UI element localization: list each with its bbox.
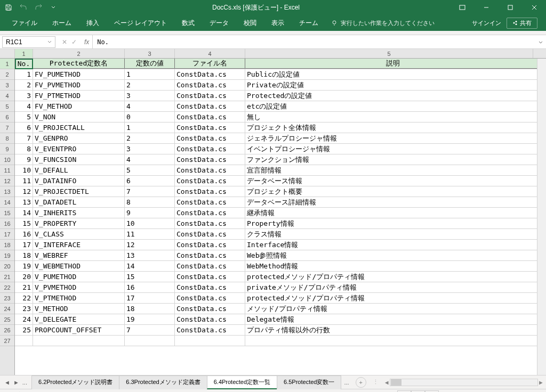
table-row[interactable]: 9V_FUNCSION4ConstData.csファンクション情報 [15, 154, 546, 165]
sheet-tab[interactable]: 6.2Protectedメソッド説明書 [31, 375, 119, 389]
sheet-more[interactable]: ... [341, 379, 352, 386]
cell[interactable]: ConstData.cs [175, 218, 245, 228]
sheet-tab[interactable]: 6.3Protectedメソッド定義書 [119, 375, 207, 389]
sheet-tab[interactable]: 6.5Protected変数一 [277, 375, 341, 389]
cell[interactable]: Web参照情報 [245, 250, 541, 260]
cell[interactable]: V_PUMETHOD [33, 272, 125, 282]
cell[interactable]: ConstData.cs [175, 154, 245, 165]
cancel-formula-icon[interactable]: ✕ [62, 38, 67, 46]
table-row[interactable]: 25PROPCOUNT_OFFSET7ConstData.csプロパティ情報以外… [15, 325, 546, 336]
table-row[interactable]: 20V_PUMETHOD15ConstData.csprotectedメソッド/… [15, 272, 546, 282]
view-page-break-icon[interactable] [425, 390, 439, 393]
cell[interactable]: 10 [15, 165, 33, 175]
cell[interactable]: protectedメソッド/プロパティ情報 [245, 272, 541, 282]
table-row[interactable]: 22V_PTMETHOD17ConstData.csprotectedメソッド/… [15, 293, 546, 304]
cell[interactable]: V_PROJECTALL [33, 123, 125, 133]
cell[interactable]: 6 [15, 123, 33, 133]
col-header[interactable]: 5 [245, 49, 533, 58]
cell[interactable]: データベース詳細情報 [245, 197, 541, 207]
cell[interactable]: V_CLASS [33, 229, 125, 239]
table-row[interactable]: 7V_GENPRO2ConstData.csジェネラルプロシージャ情報 [15, 133, 546, 144]
header-cell[interactable]: ファイル名 [175, 59, 245, 69]
cell[interactable]: ConstData.cs [175, 101, 245, 111]
cell[interactable]: 無し [245, 112, 541, 122]
cell[interactable]: V_PVMETHOD [33, 282, 125, 292]
cell[interactable]: Property情報 [245, 218, 541, 228]
table-row[interactable]: 6V_PROJECTALL1ConstData.csプロジェクト全体情報 [15, 123, 546, 133]
view-normal-icon[interactable] [397, 390, 411, 393]
cell[interactable]: 25 [15, 325, 33, 335]
table-row[interactable]: 13V_DATADETL8ConstData.csデータベース詳細情報 [15, 197, 546, 208]
cell[interactable]: 13 [125, 250, 175, 260]
cell[interactable]: 24 [15, 314, 33, 324]
cell[interactable]: 14 [125, 261, 175, 271]
table-row[interactable]: 21V_PVMETHOD16ConstData.csprivateメソッド/プロ… [15, 282, 546, 293]
cell[interactable]: V_INTERFACE [33, 240, 125, 250]
cell[interactable]: クラス情報 [245, 229, 541, 239]
cell[interactable]: Privateの設定値 [245, 80, 541, 90]
table-row[interactable]: 3FV_PTMETHOD3ConstData.csProtectedの設定値 [15, 91, 546, 101]
cell[interactable]: 9 [15, 154, 33, 165]
cell[interactable]: FV_PUMETHOD [33, 69, 125, 79]
table-row[interactable]: 4FV_METHOD4ConstData.csetcの設定値 [15, 101, 546, 112]
select-all-corner[interactable] [0, 49, 15, 58]
cell[interactable]: 10 [125, 218, 175, 228]
fx-icon[interactable]: fx [81, 38, 92, 46]
cell[interactable]: 1 [125, 123, 175, 133]
cell[interactable]: ConstData.cs [175, 197, 245, 207]
cell[interactable]: 6 [125, 176, 175, 186]
ribbon-display-icon[interactable] [450, 0, 474, 15]
cell[interactable]: V_METHOD [33, 304, 125, 314]
cell[interactable]: 11 [15, 176, 33, 186]
table-row[interactable]: 14V_INHERITS9ConstData.cs継承情報 [15, 208, 546, 218]
cell[interactable]: 5 [15, 112, 33, 122]
cell[interactable]: ファンクション情報 [245, 154, 541, 165]
row-header[interactable]: 23 [0, 293, 14, 304]
cell[interactable]: 16 [125, 282, 175, 292]
cell[interactable]: FV_PVMETHOD [33, 80, 125, 90]
row-header[interactable]: 24 [0, 304, 14, 314]
cell[interactable]: 4 [125, 101, 175, 111]
ribbon-tab[interactable]: 挿入 [79, 15, 107, 31]
cell[interactable]: ジェネラルプロシージャ情報 [245, 133, 541, 143]
cell[interactable]: PROPCOUNT_OFFSET [33, 325, 125, 335]
cell[interactable]: V_FUNCSION [33, 154, 125, 165]
cell[interactable]: ConstData.cs [175, 304, 245, 314]
cell[interactable]: 3 [125, 144, 175, 154]
cell[interactable]: 0 [125, 112, 175, 122]
table-row[interactable]: 15V_PROPERTY10ConstData.csProperty情報 [15, 218, 546, 229]
cell[interactable]: データベース情報 [245, 176, 541, 186]
row-header[interactable]: 3 [0, 80, 14, 91]
row-header[interactable]: 18 [0, 240, 14, 250]
cell[interactable]: Publicの設定値 [245, 69, 541, 79]
cell[interactable]: ConstData.cs [175, 282, 245, 292]
header-cell[interactable]: No. [15, 59, 33, 69]
sheet-nav-next-icon[interactable]: ► [13, 379, 19, 386]
col-header[interactable]: 2 [33, 49, 125, 58]
cell[interactable]: 18 [15, 250, 33, 260]
cell[interactable]: 7 [15, 133, 33, 143]
cell[interactable]: V_PROPERTY [33, 218, 125, 228]
cell[interactable]: 14 [15, 208, 33, 218]
cell[interactable]: 15 [15, 218, 33, 228]
qat-dropdown-icon[interactable] [49, 3, 58, 12]
cell[interactable]: 12 [125, 240, 175, 250]
row-header[interactable]: 6 [0, 112, 14, 123]
minimize-icon[interactable] [474, 0, 498, 15]
vertical-scrollbar[interactable] [537, 59, 546, 375]
cell[interactable]: 1 [15, 69, 33, 79]
cell[interactable]: 2 [15, 80, 33, 90]
cell[interactable]: 22 [15, 293, 33, 303]
cell[interactable]: V_PROJECTDETL [33, 186, 125, 197]
cell[interactable]: ConstData.cs [175, 261, 245, 271]
sheet-tab[interactable]: 6.4Protected定数一覧 [207, 375, 277, 389]
cell[interactable]: V_GENPRO [33, 133, 125, 143]
cell[interactable]: メソッド/プロパティ情報 [245, 304, 541, 314]
cell[interactable]: プロパティ情報以外の行数 [245, 325, 541, 335]
row-header[interactable]: 19 [0, 250, 14, 261]
formula-bar[interactable]: No. [92, 35, 535, 49]
row-header[interactable]: 17 [0, 229, 14, 240]
cell[interactable]: 15 [125, 272, 175, 282]
signin-link[interactable]: サインイン [472, 19, 501, 27]
name-box[interactable]: R1C1 [2, 36, 55, 48]
